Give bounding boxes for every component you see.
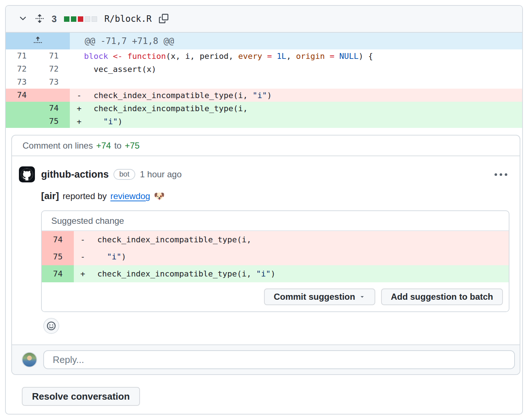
reported-by-text: reported by <box>63 191 107 201</box>
thread-header: Comment on lines +74 to +75 <box>12 136 520 156</box>
suggestion-row-deleted: 74 - check_index_incompatible_type(i, <box>42 231 509 248</box>
kebab-icon <box>495 173 507 176</box>
triangle-down-icon <box>359 292 365 302</box>
reviewdog-link[interactable]: reviewdog <box>111 191 150 201</box>
new-line-number[interactable]: 73 <box>38 76 70 89</box>
diff-row-context: 72 72 vec_assert(x) <box>6 62 522 76</box>
diff-marker: - <box>77 91 84 100</box>
new-line-number[interactable]: 74 <box>38 102 70 115</box>
user-avatar <box>22 352 37 367</box>
diffstat-squares <box>64 16 97 22</box>
comment-timestamp[interactable]: 1 hour ago <box>140 169 182 179</box>
add-reaction-button[interactable] <box>43 318 59 334</box>
comment-content: github-actions bot 1 hour ago [air] repo… <box>41 166 509 344</box>
comment-meta-row: github-actions bot 1 hour ago <box>41 166 509 182</box>
diff-marker <box>77 65 84 74</box>
old-line-number[interactable]: 72 <box>6 62 38 76</box>
hunk-row: @@ -71,7 +71,8 @@ <box>6 33 522 49</box>
smiley-icon <box>47 321 56 331</box>
unfold-icon <box>35 14 44 24</box>
suggestion-actions: Commit suggestion Add suggestion to batc… <box>42 282 509 311</box>
comment: github-actions bot 1 hour ago [air] repo… <box>12 156 520 344</box>
suggestion-row-added: 74 + check_index_incompatible_type(i, "i… <box>42 265 509 282</box>
diffstat-square-added <box>71 16 76 22</box>
fold-up-icon <box>33 36 43 47</box>
diff-row-deleted: 74 - check_index_incompatible_type(i, "i… <box>6 89 522 102</box>
file-header: 3 R/block.R <box>6 6 522 33</box>
commit-suggestion-button[interactable]: Commit suggestion <box>264 288 375 305</box>
diff-row-added: 74 + check_index_incompatible_type(i, <box>6 102 522 115</box>
add-suggestion-to-batch-label: Add suggestion to batch <box>391 292 493 302</box>
changed-lines-count: 3 <box>52 14 57 24</box>
chevron-down-icon <box>18 14 28 24</box>
suggestion-row-deleted: 75 - "i") <box>42 248 509 265</box>
thread-header-connector: to <box>114 141 121 151</box>
code-line: "i") <box>88 252 126 261</box>
suggestion-diff: 74 - check_index_incompatible_type(i, 75… <box>42 231 509 282</box>
commit-suggestion-label: Commit suggestion <box>274 292 355 302</box>
tool-tag: [air] <box>41 190 59 202</box>
diff-marker: - <box>80 235 88 244</box>
expand-all-hunks-button[interactable] <box>35 14 44 24</box>
comment-options-button[interactable] <box>492 171 509 178</box>
diff-row-context: 73 73 <box>6 76 522 89</box>
new-line-number[interactable]: 75 <box>38 115 70 128</box>
diff-marker <box>77 78 84 87</box>
thread-line-from: +74 <box>96 141 111 151</box>
bot-badge: bot <box>113 169 135 180</box>
diffstat-square-deleted <box>78 16 83 22</box>
expand-hunk-up-button[interactable] <box>6 33 70 49</box>
diff-marker: + <box>77 117 84 126</box>
new-line-number[interactable]: 72 <box>38 62 70 76</box>
hunk-header-text: @@ -71,7 +71,8 @@ <box>70 33 522 49</box>
copy-icon <box>159 14 168 24</box>
code-line: check_index_incompatible_type(i, "i") <box>88 269 276 278</box>
code-line: block <- function(x, i, period, every = … <box>84 52 373 61</box>
diffstat-square-neutral <box>85 16 90 22</box>
old-line-number[interactable] <box>6 115 38 128</box>
collapse-file-button[interactable] <box>18 14 28 24</box>
code-line: vec_assert(x) <box>84 65 156 74</box>
diff-row-context: 71 71 block <- function(x, i, period, ev… <box>6 49 522 62</box>
diff-marker <box>77 52 84 61</box>
suggestion-line-number: 75 <box>42 248 74 265</box>
diffstat-square-added <box>64 16 69 22</box>
diffstat-square-neutral <box>92 16 97 22</box>
diff-marker: + <box>77 104 84 113</box>
review-thread-card: Comment on lines +74 to +75 github-actio… <box>11 135 520 375</box>
diff-file-card: 3 R/block.R @@ -71,7 +71,8 @@ 71 71 bloc… <box>5 5 523 415</box>
code-line: check_index_incompatible_type(i, <box>88 235 251 244</box>
reply-footer <box>12 344 520 374</box>
suggestion-line-number: 74 <box>42 231 74 248</box>
dog-emoji: 🐶 <box>154 191 165 201</box>
github-actions-avatar <box>19 166 35 182</box>
new-line-number[interactable] <box>38 89 70 102</box>
code-line: "i") <box>84 117 123 126</box>
copy-file-path-button[interactable] <box>159 14 168 24</box>
thread-line-to: +75 <box>125 141 140 151</box>
diff-table: 71 71 block <- function(x, i, period, ev… <box>6 49 522 128</box>
code-line: check_index_incompatible_type(i, "i") <box>84 91 272 100</box>
suggestion-line-number: 74 <box>42 265 74 282</box>
file-name[interactable]: R/block.R <box>104 14 152 24</box>
diff-marker: - <box>80 252 88 261</box>
reply-input[interactable] <box>43 350 515 369</box>
thread-header-prefix: Comment on lines <box>23 141 93 151</box>
diff-marker: + <box>80 269 88 278</box>
old-line-number[interactable]: 73 <box>6 76 38 89</box>
add-suggestion-to-batch-button[interactable]: Add suggestion to batch <box>381 288 503 305</box>
old-line-number[interactable]: 71 <box>6 49 38 62</box>
suggested-change-title: Suggested change <box>42 211 509 231</box>
suggested-change-card: Suggested change 74 - check_index_incomp… <box>41 210 509 312</box>
comment-author[interactable]: github-actions <box>41 169 109 180</box>
code-line: check_index_incompatible_type(i, <box>84 104 248 113</box>
comment-body: [air] reported by reviewdog 🐶 <box>41 190 509 202</box>
new-line-number[interactable]: 71 <box>38 49 70 62</box>
old-line-number[interactable]: 74 <box>6 89 38 102</box>
diff-row-added: 75 + "i") <box>6 115 522 128</box>
resolve-conversation-button[interactable]: Resolve conversation <box>22 387 140 406</box>
old-line-number[interactable] <box>6 102 38 115</box>
